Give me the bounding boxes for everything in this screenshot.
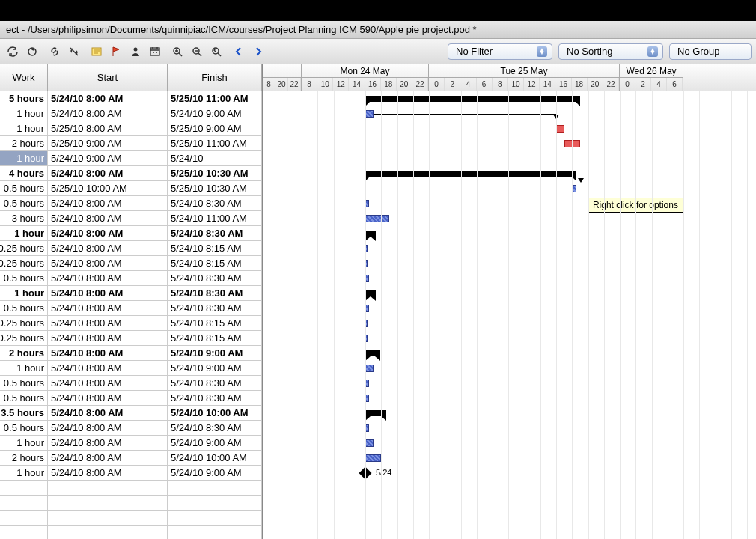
task-bar[interactable] — [365, 365, 374, 372]
table-row[interactable]: 0.5 hours5/24/10 8:00 AM5/24/10 8:30 AM — [0, 271, 262, 286]
cell-start[interactable]: 5/24/10 8:00 AM — [48, 166, 168, 180]
cell-finish[interactable]: 5/24/10 8:30 AM — [168, 226, 262, 240]
col-finish[interactable]: Finish — [168, 64, 262, 91]
link-icon[interactable] — [46, 43, 63, 60]
table-row[interactable] — [0, 496, 262, 511]
cell-start[interactable]: 5/24/10 8:00 AM — [48, 466, 168, 480]
table-row[interactable]: 2 hours5/25/10 9:00 AM5/25/10 11:00 AM — [0, 136, 262, 151]
cell-work[interactable]: 4 hours — [0, 166, 48, 180]
cell-work[interactable]: 0.25 hours — [0, 331, 48, 345]
unlink-icon[interactable] — [66, 43, 82, 60]
cell-start[interactable]: 5/25/10 9:00 AM — [48, 136, 168, 150]
summary-collapsed[interactable] — [365, 290, 376, 296]
summary-collapsed[interactable] — [365, 231, 376, 237]
cell-work[interactable]: 0.25 hours — [0, 241, 48, 255]
cell-start[interactable]: 5/24/10 8:00 AM — [48, 271, 168, 285]
cell-work[interactable]: 1 hour — [0, 286, 48, 300]
table-row[interactable]: 1 hour5/24/10 9:00 AM5/24/10 — [0, 151, 262, 166]
group-select[interactable]: No Group — [669, 43, 752, 60]
cell-start[interactable]: 5/24/10 8:00 AM — [48, 376, 168, 390]
cell-start[interactable]: 5/24/10 8:00 AM — [48, 391, 168, 405]
cell-start[interactable]: 5/24/10 8:00 AM — [48, 196, 168, 210]
filter-select[interactable]: No Filter ▲▼ — [448, 43, 552, 60]
table-row[interactable]: 0.5 hours5/24/10 8:00 AM5/24/10 8:30 AM — [0, 196, 262, 211]
zoom-in-icon[interactable] — [169, 43, 186, 60]
cell-start[interactable]: 5/24/10 8:00 AM — [48, 421, 168, 435]
cell-start[interactable]: 5/24/10 8:00 AM — [48, 211, 168, 225]
person-icon[interactable] — [127, 43, 144, 60]
cell-work[interactable]: 0.5 hours — [0, 271, 48, 285]
calendar-icon[interactable] — [147, 43, 163, 60]
cell-start[interactable]: 5/25/10 10:00 AM — [48, 181, 168, 195]
cell-work[interactable]: 3 hours — [0, 211, 48, 225]
next-icon[interactable] — [250, 43, 266, 60]
gantt-body[interactable]: 5/24Right click for options — [263, 91, 756, 539]
cell-finish[interactable]: 5/24/10 8:30 AM — [168, 421, 262, 435]
table-row[interactable]: 1 hour5/24/10 8:00 AM5/24/10 9:00 AM — [0, 466, 262, 481]
cell-work[interactable]: 0.5 hours — [0, 196, 48, 210]
cell-work[interactable]: 5 hours — [0, 91, 48, 106]
cell-start[interactable]: 5/24/10 8:00 AM — [48, 226, 168, 240]
cell-start[interactable]: 5/25/10 8:00 AM — [48, 121, 168, 135]
col-work[interactable]: Work — [0, 64, 48, 91]
cell-finish[interactable]: 5/24/10 9:00 AM — [168, 346, 262, 360]
table-row[interactable] — [0, 526, 262, 539]
sort-select[interactable]: No Sorting ▲▼ — [558, 43, 663, 60]
cell-finish[interactable]: 5/24/10 8:15 AM — [168, 256, 262, 270]
cell-finish[interactable]: 5/24/10 11:00 AM — [168, 211, 262, 225]
cell-start[interactable]: 5/24/10 8:00 AM — [48, 256, 168, 270]
note-icon[interactable] — [88, 43, 105, 60]
table-row[interactable]: 0.25 hours5/24/10 8:00 AM5/24/10 8:15 AM — [0, 316, 262, 331]
cell-start[interactable]: 5/24/10 8:00 AM — [48, 286, 168, 300]
cell-work[interactable]: 1 hour — [0, 466, 48, 480]
summary-collapsed[interactable] — [365, 350, 380, 356]
refresh-icon[interactable] — [4, 43, 21, 60]
cell-work[interactable]: 2 hours — [0, 136, 48, 150]
table-row[interactable]: 1 hour5/24/10 8:00 AM5/24/10 9:00 AM — [0, 436, 262, 451]
cell-finish[interactable]: 5/24/10 8:30 AM — [168, 196, 262, 210]
task-bar[interactable] — [365, 439, 374, 447]
task-bar[interactable] — [556, 125, 564, 133]
cell-work[interactable]: 0.5 hours — [0, 421, 48, 435]
flag-icon[interactable] — [108, 43, 124, 60]
cell-finish[interactable]: 5/24/10 9:00 AM — [168, 436, 262, 450]
table-row[interactable]: 0.25 hours5/24/10 8:00 AM5/24/10 8:15 AM — [0, 241, 262, 256]
table-row[interactable]: 2 hours5/24/10 8:00 AM5/24/10 9:00 AM — [0, 346, 262, 361]
table-row[interactable]: 3.5 hours5/24/10 8:00 AM5/24/10 10:00 AM — [0, 406, 262, 421]
table-row[interactable]: 0.5 hours5/24/10 8:00 AM5/24/10 8:30 AM — [0, 391, 262, 406]
cell-work[interactable]: 0.5 hours — [0, 391, 48, 405]
table-row[interactable]: 5 hours5/24/10 8:00 AM5/25/10 11:00 AM — [0, 91, 262, 106]
table-row[interactable]: 1 hour5/24/10 8:00 AM5/24/10 8:30 AM — [0, 286, 262, 301]
cell-start[interactable]: 5/24/10 8:00 AM — [48, 91, 168, 106]
table-row[interactable]: 0.5 hours5/24/10 8:00 AM5/24/10 8:30 AM — [0, 421, 262, 436]
cell-finish[interactable]: 5/24/10 8:30 AM — [168, 286, 262, 300]
table-row[interactable] — [0, 481, 262, 496]
cell-work[interactable]: 0.5 hours — [0, 181, 48, 195]
cell-start[interactable]: 5/24/10 8:00 AM — [48, 331, 168, 345]
cell-finish[interactable]: 5/24/10 8:15 AM — [168, 316, 262, 330]
cell-finish[interactable]: 5/25/10 10:30 AM — [168, 181, 262, 195]
table-row[interactable]: 1 hour5/24/10 8:00 AM5/24/10 9:00 AM — [0, 106, 262, 121]
table-row[interactable]: 0.5 hours5/25/10 10:00 AM5/25/10 10:30 A… — [0, 181, 262, 196]
cell-start[interactable]: 5/24/10 8:00 AM — [48, 316, 168, 330]
cell-finish[interactable]: 5/24/10 8:30 AM — [168, 376, 262, 390]
reload-icon[interactable] — [24, 43, 40, 60]
cell-finish[interactable]: 5/24/10 9:00 AM — [168, 361, 262, 375]
cell-start[interactable]: 5/24/10 8:00 AM — [48, 346, 168, 360]
cell-finish[interactable]: 5/24/10 8:15 AM — [168, 241, 262, 255]
cell-finish[interactable]: 5/24/10 — [168, 151, 262, 165]
cell-finish[interactable]: 5/24/10 10:00 AM — [168, 451, 262, 465]
cell-finish[interactable]: 5/25/10 10:30 AM — [168, 166, 262, 180]
table-row[interactable]: 1 hour5/25/10 8:00 AM5/25/10 9:00 AM — [0, 121, 262, 136]
zoom-out-icon[interactable] — [189, 43, 205, 60]
cell-finish[interactable]: 5/24/10 8:30 AM — [168, 301, 262, 315]
cell-work[interactable]: 2 hours — [0, 451, 48, 465]
cell-work[interactable]: 1 hour — [0, 121, 48, 135]
task-bar[interactable] — [365, 215, 389, 222]
cell-start[interactable]: 5/24/10 8:00 AM — [48, 241, 168, 255]
gantt-chart[interactable]: 82022Mon 24 May810121416182022Tue 25 May… — [263, 64, 756, 539]
table-row[interactable]: 1 hour5/24/10 8:00 AM5/24/10 8:30 AM — [0, 226, 262, 241]
prev-icon[interactable] — [231, 43, 247, 60]
cell-work[interactable]: 2 hours — [0, 346, 48, 360]
cell-start[interactable]: 5/24/10 8:00 AM — [48, 451, 168, 465]
